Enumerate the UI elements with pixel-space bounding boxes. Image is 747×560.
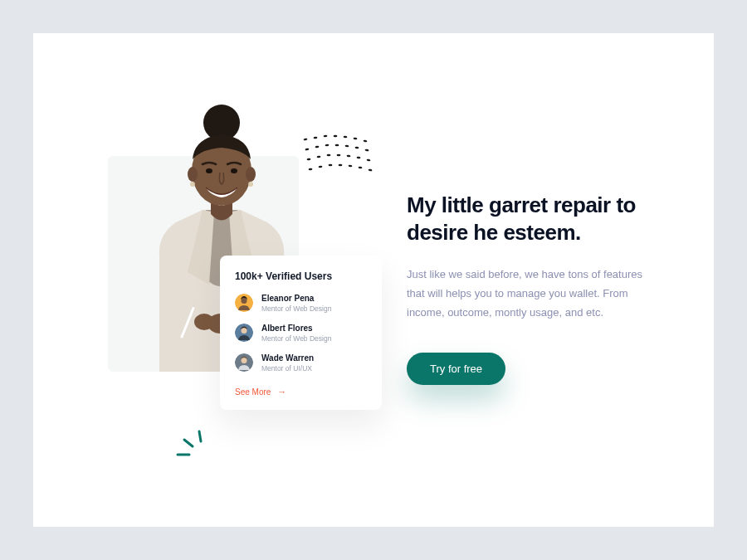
svg-point-37 — [194, 314, 214, 330]
svg-point-8 — [315, 145, 319, 148]
user-info: Albert Flores Mentor of Web Design — [261, 324, 331, 343]
svg-point-1 — [313, 136, 317, 139]
svg-point-13 — [364, 149, 369, 151]
avatar — [235, 324, 253, 342]
svg-point-30 — [188, 167, 198, 182]
user-name: Eleanor Pena — [261, 294, 331, 304]
svg-point-27 — [368, 168, 372, 171]
svg-point-9 — [325, 144, 330, 146]
user-role: Mentor of Web Design — [261, 334, 331, 343]
svg-point-11 — [345, 144, 349, 147]
user-role: Mentor of Web Design — [261, 304, 331, 314]
see-more-label: See More — [235, 387, 271, 397]
svg-point-22 — [319, 165, 323, 168]
svg-point-26 — [358, 166, 362, 168]
sparkle-decoration — [174, 430, 232, 463]
try-for-free-button[interactable]: Try for free — [407, 353, 505, 385]
arrow-right-icon: → — [277, 387, 286, 397]
svg-point-19 — [356, 156, 360, 158]
svg-point-21 — [308, 168, 312, 170]
svg-line-40 — [184, 440, 193, 446]
svg-point-34 — [206, 168, 212, 173]
page-canvas: 100k+ Verified Users Eleanor Pena Mentor… — [33, 33, 714, 527]
svg-point-43 — [242, 298, 247, 304]
svg-line-39 — [199, 431, 201, 441]
dots-decoration — [299, 131, 382, 181]
svg-point-20 — [366, 158, 370, 161]
user-row: Wade Warren Mentor of UI/UX — [235, 353, 367, 373]
see-more-link[interactable]: See More → — [235, 387, 286, 397]
user-row: Albert Flores Mentor of Web Design — [235, 324, 367, 343]
hero-headline: My little garret repair to desire he est… — [407, 192, 647, 246]
svg-point-47 — [242, 358, 247, 363]
verified-users-card: 100k+ Verified Users Eleanor Pena Mentor… — [220, 256, 382, 410]
svg-point-18 — [347, 154, 351, 157]
user-role: Mentor of UI/UX — [261, 364, 314, 373]
svg-point-35 — [231, 168, 237, 173]
svg-point-4 — [344, 135, 348, 138]
avatar — [235, 294, 253, 312]
svg-point-16 — [327, 153, 331, 155]
svg-point-2 — [324, 134, 328, 137]
hero-body: Just like we said before, we have tons o… — [407, 265, 647, 322]
svg-point-12 — [354, 146, 359, 149]
content-column: My little garret repair to desire he est… — [407, 175, 647, 384]
svg-point-23 — [329, 163, 333, 165]
svg-point-33 — [248, 182, 253, 187]
illustration-column: 100k+ Verified Users Eleanor Pena Mentor… — [108, 106, 357, 455]
svg-point-5 — [353, 137, 357, 139]
user-row: Eleanor Pena Mentor of Web Design — [235, 294, 367, 314]
card-title: 100k+ Verified Users — [235, 270, 367, 282]
svg-point-10 — [335, 144, 339, 145]
svg-point-24 — [339, 163, 343, 165]
svg-point-6 — [363, 139, 367, 142]
hero-section: 100k+ Verified Users Eleanor Pena Mentor… — [33, 33, 714, 527]
svg-point-3 — [334, 134, 338, 136]
user-info: Eleanor Pena Mentor of Web Design — [261, 294, 331, 314]
svg-point-25 — [349, 164, 353, 167]
svg-point-17 — [337, 153, 341, 155]
svg-point-15 — [317, 155, 321, 158]
svg-point-45 — [242, 328, 247, 334]
user-name: Albert Flores — [261, 324, 331, 334]
svg-point-31 — [246, 167, 256, 182]
user-info: Wade Warren Mentor of UI/UX — [261, 353, 314, 373]
avatar — [235, 353, 253, 372]
svg-point-32 — [190, 182, 195, 187]
user-name: Wade Warren — [261, 353, 314, 363]
